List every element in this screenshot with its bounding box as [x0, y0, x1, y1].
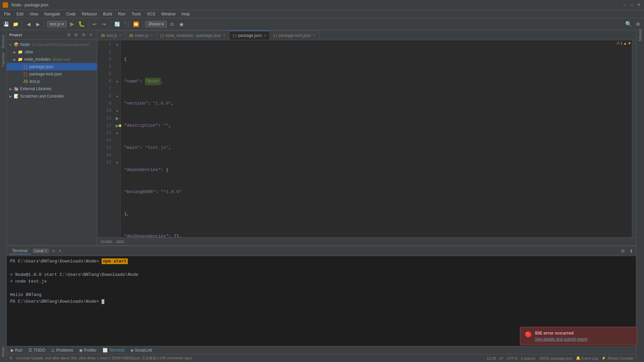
close-button[interactable]: ✕: [636, 2, 641, 8]
run-button[interactable]: ▶: [68, 20, 76, 28]
cursor-position[interactable]: 12:28: [487, 356, 496, 360]
run-arrow-12[interactable]: ▶: [116, 123, 119, 128]
tab-close-pkglock[interactable]: ✕: [313, 33, 316, 38]
profiler-panel-button[interactable]: ◉ Profiler: [76, 347, 99, 353]
sidebar-collapse-button[interactable]: ⊟: [65, 32, 72, 38]
breadcrumb-start[interactable]: start: [116, 239, 124, 244]
sidebar-expand-button[interactable]: ⊞: [73, 32, 79, 38]
tab-package-json[interactable]: { } package.json ✕: [229, 31, 270, 40]
tab-package-lock[interactable]: { } package-lock.json ✕: [270, 31, 319, 40]
toolbar-profile-button[interactable]: ◉: [177, 20, 185, 28]
vcs-icon[interactable]: ⇅: [9, 356, 12, 360]
tree-item-package-json[interactable]: ▶ { } package.json: [7, 63, 97, 70]
toolbar-update-button[interactable]: ↪: [100, 20, 108, 28]
fold-arrow-17[interactable]: ▾: [116, 161, 118, 165]
menu-view[interactable]: View: [27, 11, 41, 17]
tab-close-testjs[interactable]: ✕: [119, 33, 122, 38]
line-separator[interactable]: LF: [499, 356, 503, 360]
warning-nav-down[interactable]: ▼: [628, 41, 631, 45]
run-config-selector[interactable]: test.js ▾: [47, 21, 67, 27]
terminal-expand-button[interactable]: ⬆: [629, 248, 633, 254]
jrebel-panel-label[interactable]: JRebel: [1, 345, 6, 359]
fold-arrow-10[interactable]: ▾: [116, 109, 118, 113]
terminal-panel-button[interactable]: ⬜ Terminal: [100, 347, 127, 353]
right-tool-maven[interactable]: Maven: [637, 32, 644, 38]
tree-scratches-label: Scratches and Consoles: [20, 94, 64, 99]
toolbar-back-button[interactable]: ◀: [24, 20, 33, 28]
encoding-selector[interactable]: UTF-8: [507, 356, 517, 360]
fold-arrow-6[interactable]: ▾: [116, 80, 118, 83]
tab-testjs[interactable]: JS test.js ✕: [97, 31, 125, 40]
toolbar-revert-button[interactable]: ↩: [91, 20, 99, 28]
tree-item-testjs[interactable]: ▶ JS test.js: [7, 78, 97, 85]
debug-button[interactable]: 🐛: [77, 20, 86, 28]
editor-scrollbar[interactable]: [632, 40, 636, 237]
position-text: 12:28: [487, 356, 496, 360]
code-editor[interactable]: { "name": "Node", "version": "1.0.0", "d…: [121, 40, 632, 237]
menu-code[interactable]: Code: [63, 11, 78, 17]
event-log-icon: 🔔: [576, 356, 581, 360]
menu-tools[interactable]: Tools: [129, 11, 144, 17]
editor-container[interactable]: 1 2 3 4 5 6 7 8 9 10 11 12 13: [97, 40, 636, 237]
tab-close-node-modules[interactable]: ✕: [223, 33, 226, 38]
favorites-panel-label[interactable]: Favorites: [1, 51, 6, 68]
fold-arrow-13[interactable]: ▾: [116, 131, 118, 135]
tab-indexjs[interactable]: JS index.js ✕: [125, 31, 157, 40]
toolbar-forward-button[interactable]: ▶: [34, 20, 42, 28]
toolbar-resume-button[interactable]: ⏩: [132, 20, 140, 28]
toolbar-coverage-button[interactable]: ⊙: [168, 20, 176, 28]
menu-edit[interactable]: Edit: [14, 11, 26, 17]
tree-item-idea[interactable]: ▶ 📁 .idea: [7, 48, 97, 56]
fold-arrow-1[interactable]: ▾: [116, 43, 118, 47]
event-log-button[interactable]: 🔔 Event Log: [576, 356, 598, 360]
tab-node-modules-pkg[interactable]: { } node_modules\...\package.json ✕: [157, 31, 230, 40]
menu-help[interactable]: Help: [179, 11, 193, 17]
jrebel-console-button[interactable]: ⚡ JRebel Console: [601, 356, 633, 360]
menu-navigate[interactable]: Navigate: [42, 11, 63, 17]
menu-run[interactable]: Run: [115, 11, 128, 17]
jrebel-button[interactable]: JRebel ▾: [145, 21, 167, 27]
toolbar-reload-button[interactable]: 🔄: [113, 20, 121, 28]
toolbar-save-button[interactable]: 💾: [2, 20, 10, 28]
menu-file[interactable]: File: [1, 11, 13, 17]
left-panel-strip: Structure Favorites JRebel: [0, 30, 7, 362]
sonarlint-panel-button[interactable]: ◈ SonarLint: [128, 347, 155, 353]
terminal-new-button[interactable]: +: [51, 248, 56, 254]
sidebar-hide-button[interactable]: ✕: [88, 32, 94, 38]
fold-arrow-8[interactable]: ▾: [116, 95, 118, 98]
tab-close-indexjs[interactable]: ✕: [150, 33, 153, 38]
menu-refactor[interactable]: Refactor: [79, 11, 100, 17]
run-panel-button[interactable]: ▶ Run: [8, 347, 25, 353]
maximize-button[interactable]: □: [629, 2, 634, 8]
problems-panel-button[interactable]: ⚠ Problems: [48, 347, 76, 353]
terminal-session-close[interactable]: ✕: [44, 249, 47, 253]
terminal-settings-button[interactable]: ⚙: [621, 248, 625, 254]
tree-item-node-modules[interactable]: ▶ 📁 node_modules library root: [7, 56, 97, 63]
settings-button[interactable]: ⚙: [634, 20, 642, 28]
sidebar-settings-button[interactable]: ⚙: [80, 32, 87, 38]
search-everywhere-button[interactable]: 🔍: [625, 20, 633, 28]
terminal-session-local[interactable]: Local ✕: [33, 248, 49, 253]
breadcrumb-scripts[interactable]: scripts: [101, 239, 112, 244]
todo-panel-button[interactable]: ☰ TODO: [26, 347, 48, 353]
terminal-dropdown[interactable]: ▾: [59, 249, 61, 253]
toolbar-stop-button[interactable]: ⬛: [122, 20, 130, 28]
file-format[interactable]: JSON: package.json: [539, 356, 573, 360]
tab-close-pkgjson[interactable]: ✕: [263, 34, 266, 38]
tree-item-node[interactable]: ▾ 📦 Node C:\Users\BNTang\Downloads\Node: [7, 41, 97, 48]
tree-item-scratches[interactable]: ▶ 📝 Scratches and Consoles: [7, 93, 97, 100]
indent-selector[interactable]: 2 spaces: [521, 356, 535, 360]
error-link[interactable]: See details and submit report: [535, 337, 587, 342]
minimize-button[interactable]: ─: [622, 2, 627, 8]
menu-window[interactable]: Window: [159, 11, 178, 17]
toolbar-open-button[interactable]: 📁: [11, 20, 19, 28]
tree-item-package-lock[interactable]: ▶ { } package-lock.json: [7, 70, 97, 78]
warning-nav-up[interactable]: ▲: [623, 41, 627, 45]
structure-panel-label[interactable]: Structure: [1, 33, 6, 51]
terminal-line-prompt: PS C:\Users\BNTang\Downloads\Node>: [10, 298, 633, 305]
vcs-status-message[interactable]: Vcs Auto Update: pull after about 30s, c…: [16, 356, 192, 361]
menu-build[interactable]: Build: [100, 11, 115, 17]
run-arrow-11[interactable]: ▶: [116, 116, 119, 121]
tree-item-ext-libs[interactable]: ▶ 📚 External Libraries: [7, 85, 97, 93]
menu-vcs[interactable]: VCS: [144, 11, 158, 17]
